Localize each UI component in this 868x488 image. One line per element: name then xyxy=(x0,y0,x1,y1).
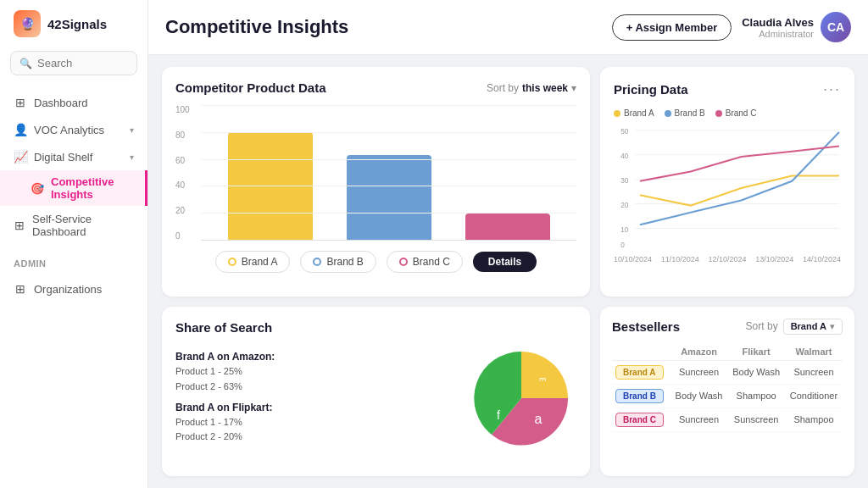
page-title: Competitive Insights xyxy=(165,16,348,38)
x-label: 11/10/2024 xyxy=(661,255,699,263)
topbar: Competitive Insights + Assign Member Cla… xyxy=(148,0,868,55)
logo-icon: 🔮 xyxy=(14,10,41,37)
legend-label-a: Brand A xyxy=(242,256,278,268)
sidebar-item-dashboard[interactable]: ⊞ Dashboard xyxy=(0,89,147,116)
col-header-amazon: Amazon xyxy=(670,343,728,361)
x-label: 12/10/2024 xyxy=(708,255,746,263)
x-label: 10/10/2024 xyxy=(614,255,652,263)
share-of-search-card: Share of Search Brand A on Amazon: Produ… xyxy=(162,307,590,477)
y-label: 0 xyxy=(175,231,190,241)
pricing-data-card: Pricing Data ··· Brand A Brand B Brand C xyxy=(600,67,854,297)
flikart-cell: Body Wash xyxy=(727,360,785,384)
sort-value: this week xyxy=(522,82,568,94)
search-input[interactable] xyxy=(37,57,128,69)
details-button[interactable]: Details xyxy=(473,252,537,272)
organizations-icon: ⊞ xyxy=(14,282,27,296)
sidebar-item-organizations[interactable]: ⊞ Organizations xyxy=(0,275,147,302)
lc-label-c: Brand C xyxy=(726,108,757,118)
topbar-right: + Assign Member Claudia Alves Administra… xyxy=(612,12,851,42)
col-header-brand xyxy=(612,343,670,361)
x-label: 13/10/2024 xyxy=(755,255,793,263)
sidebar-item-digital-shelf[interactable]: 📈 Digital Shelf ▾ xyxy=(0,143,147,170)
sort-label: Sort by xyxy=(487,82,519,94)
gridline xyxy=(201,105,576,106)
dashboard-grid: Competitor Product Data Sort by this wee… xyxy=(148,55,868,488)
bar-chart-header: Competitor Product Data Sort by this wee… xyxy=(175,80,576,95)
amazon-cell: Suncreen xyxy=(670,408,728,431)
y-label: 80 xyxy=(175,130,190,140)
legend-label-c: Brand C xyxy=(413,256,450,268)
brand-badge-b: Brand B xyxy=(615,389,664,403)
dashboard-icon: ⊞ xyxy=(14,96,27,109)
sidebar-item-label: Self-Service Dashboard xyxy=(32,213,134,238)
share-detail-a1: Product 1 - 25% xyxy=(175,364,453,380)
avatar-initials: CA xyxy=(827,20,844,34)
x-label: 14/10/2024 xyxy=(803,255,841,263)
svg-text:f: f xyxy=(497,408,500,422)
chart-legend: Brand A Brand B Brand C Details xyxy=(175,251,576,273)
share-content: Share of Search Brand A on Amazon: Produ… xyxy=(175,320,576,453)
share-pie-chart: ₘ f a xyxy=(466,343,576,453)
brand-cell: Brand C xyxy=(612,408,670,431)
more-options-icon[interactable]: ··· xyxy=(823,80,841,98)
brand-badge-c: Brand C xyxy=(615,413,664,427)
sort-control[interactable]: Sort by this week ▾ xyxy=(487,82,576,94)
svg-text:40: 40 xyxy=(620,152,629,160)
line-chart-legend: Brand A Brand B Brand C xyxy=(614,108,841,118)
flikart-cell: Shampoo xyxy=(727,384,785,408)
col-header-flikart: Flikart xyxy=(727,343,785,361)
logo-text: 42Signals xyxy=(47,17,107,31)
assign-member-button[interactable]: + Assign Member xyxy=(612,14,732,41)
main-content: Competitive Insights + Assign Member Cla… xyxy=(148,0,868,488)
legend-item-brand-b[interactable]: Brand B xyxy=(300,251,376,273)
brand-cell: Brand B xyxy=(612,384,670,408)
chevron-down-icon: ▾ xyxy=(571,82,576,94)
main-nav: ⊞ Dashboard 👤 VOC Analytics ▾ 📈 Digital … xyxy=(0,89,147,478)
table-body: Brand A Suncreen Body Wash Suncreen Bran… xyxy=(612,360,843,431)
table-row: Brand C Suncreen Sunscreen Shampoo xyxy=(612,408,843,431)
user-name: Claudia Alves xyxy=(742,16,814,29)
sidebar-item-competitive-insights[interactable]: 🎯 Competitive Insights xyxy=(0,170,147,206)
logo-area: 🔮 42Signals xyxy=(0,10,147,51)
competitive-insights-icon: 🎯 xyxy=(31,182,44,195)
legend-dot-a xyxy=(228,258,236,266)
walmart-cell: Shampoo xyxy=(785,408,843,431)
user-details: Claudia Alves Administrator xyxy=(742,16,814,39)
bar-brand-c xyxy=(465,214,550,241)
sidebar-item-voc-analytics[interactable]: 👤 VOC Analytics ▾ xyxy=(0,116,147,143)
legend-item-brand-c[interactable]: Brand C xyxy=(387,251,463,273)
sidebar-item-label: Competitive Insights xyxy=(51,175,131,201)
sidebar-item-label: VOC Analytics xyxy=(34,124,104,136)
search-box[interactable]: 🔍 xyxy=(10,51,137,75)
sort-dropdown[interactable]: Brand A ▾ xyxy=(783,319,843,335)
chevron-down-icon: ▾ xyxy=(830,321,835,332)
amazon-cell: Body Wash xyxy=(670,384,728,408)
pricing-header: Pricing Data ··· xyxy=(614,80,841,98)
svg-text:a: a xyxy=(535,412,542,426)
sort-label: Sort by xyxy=(746,320,778,332)
bestsellers-table: Amazon Flikart Walmart Brand A Suncreen … xyxy=(612,343,843,432)
share-inner: Brand A on Amazon: Product 1 - 25% Produ… xyxy=(175,343,576,453)
legend-item-brand-a[interactable]: Brand A xyxy=(215,251,291,273)
share-detail-b1: Product 1 - 17% xyxy=(175,415,453,430)
lc-legend-a: Brand A xyxy=(614,108,654,118)
table-row: Brand B Body Wash Shampoo Conditioner xyxy=(612,384,843,408)
amazon-cell: Suncreen xyxy=(670,360,728,384)
bar-chart-title: Competitor Product Data xyxy=(175,80,326,95)
bar-brand-b xyxy=(347,155,431,241)
line-chart-svg: 50 40 30 20 10 0 xyxy=(614,125,841,252)
sort-value: Brand A xyxy=(791,321,826,331)
bestsellers-card: Bestsellers Sort by Brand A ▾ Amazon Fli… xyxy=(600,307,854,477)
y-axis: 100 80 60 40 20 0 xyxy=(175,105,190,241)
y-label: 40 xyxy=(175,180,190,190)
share-title: Share of Search xyxy=(175,320,576,335)
walmart-cell: Suncreen xyxy=(785,360,843,384)
competitor-product-card: Competitor Product Data Sort by this wee… xyxy=(162,67,590,297)
sidebar-item-self-service-dashboard[interactable]: ⊞ Self-Service Dashboard xyxy=(0,206,147,245)
svg-text:30: 30 xyxy=(620,177,629,185)
voc-icon: 👤 xyxy=(14,123,27,136)
y-label: 60 xyxy=(175,156,190,165)
x-axis-labels: 10/10/2024 11/10/2024 12/10/2024 13/10/2… xyxy=(614,255,841,263)
digital-shelf-icon: 📈 xyxy=(14,150,27,164)
lc-legend-b: Brand B xyxy=(665,108,705,118)
